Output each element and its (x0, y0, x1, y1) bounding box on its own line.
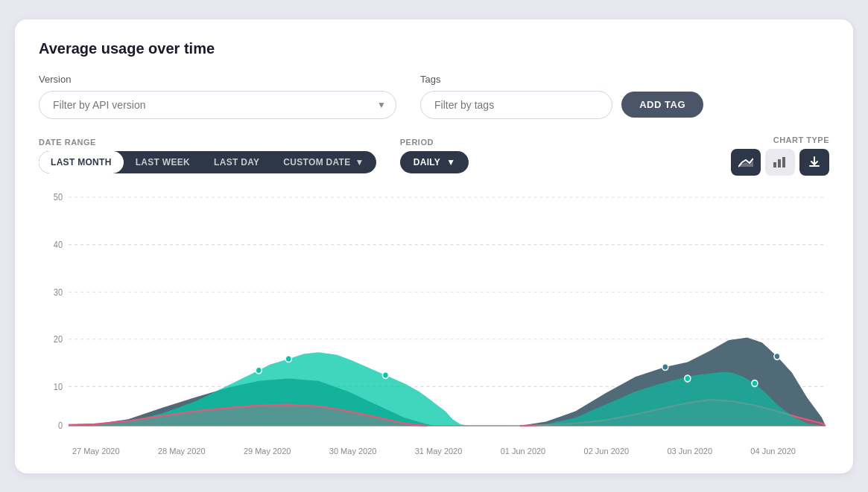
svg-point-20 (752, 380, 758, 386)
x-label-1: 27 May 2020 (72, 447, 120, 456)
chart-container: 50 40 30 20 10 0 (39, 189, 829, 442)
controls-left: Date range LAST MONTH LAST WEEK LAST DAY… (39, 138, 469, 173)
bar-chart-icon (773, 156, 788, 168)
version-input[interactable] (39, 91, 396, 119)
controls-row: Date range LAST MONTH LAST WEEK LAST DAY… (39, 135, 829, 176)
svg-rect-1 (778, 159, 781, 167)
tags-input[interactable] (420, 91, 612, 119)
tags-label: Tags (420, 74, 703, 85)
date-range-buttons: LAST MONTH LAST WEEK LAST DAY CUSTOM DAT… (39, 151, 376, 173)
svg-point-21 (774, 353, 780, 360)
custom-date-button[interactable]: CUSTOM DATE ▼ (271, 151, 376, 173)
area-chart-button[interactable] (731, 149, 761, 176)
svg-text:20: 20 (54, 334, 63, 344)
x-label-5: 31 May 2020 (415, 447, 463, 456)
svg-point-18 (685, 375, 691, 382)
svg-text:40: 40 (54, 240, 63, 249)
x-label-2: 28 May 2020 (158, 447, 206, 456)
custom-date-chevron-icon: ▼ (355, 157, 364, 167)
version-filter-group: Version ▼ (39, 74, 396, 119)
last-day-button[interactable]: LAST DAY (202, 151, 271, 173)
period-group: PERIOD DAILY ▼ (400, 138, 469, 173)
page-title: Average usage over time (39, 40, 829, 57)
last-month-button[interactable]: LAST MONTH (39, 151, 124, 173)
x-label-6: 01 Jun 2020 (501, 447, 546, 456)
svg-text:50: 50 (54, 192, 63, 202)
add-tag-button[interactable]: ADD TAG (621, 92, 703, 118)
tags-input-wrap (420, 91, 612, 119)
svg-text:10: 10 (54, 382, 63, 392)
download-icon (808, 156, 820, 168)
svg-point-15 (256, 367, 262, 374)
chart-type-group: Chart type (731, 135, 829, 176)
tags-filter-group: Tags ADD TAG (420, 74, 703, 119)
chart-type-buttons (731, 149, 829, 176)
area-chart-icon (738, 156, 753, 168)
version-label: Version (39, 74, 396, 85)
download-button[interactable] (799, 149, 829, 176)
svg-text:30: 30 (54, 287, 63, 297)
chart-svg: 50 40 30 20 10 0 (39, 189, 829, 442)
svg-point-17 (382, 371, 388, 378)
svg-text:0: 0 (58, 421, 63, 431)
bar-chart-button[interactable] (765, 149, 795, 176)
x-label-9: 04 Jun 2020 (750, 447, 796, 456)
version-input-wrap: ▼ (39, 91, 396, 119)
last-week-button[interactable]: LAST WEEK (124, 151, 202, 173)
svg-rect-2 (782, 157, 785, 167)
chart-type-label: Chart type (773, 135, 829, 144)
date-range-label: Date range (39, 138, 376, 147)
period-button[interactable]: DAILY ▼ (400, 151, 469, 173)
date-range-group: Date range LAST MONTH LAST WEEK LAST DAY… (39, 138, 376, 173)
period-value: DAILY (414, 157, 440, 167)
tags-row: ADD TAG (420, 91, 703, 119)
svg-rect-0 (773, 162, 776, 167)
x-label-8: 03 Jun 2020 (667, 447, 712, 456)
svg-point-16 (285, 355, 291, 362)
svg-point-19 (662, 363, 668, 370)
filters-row: Version ▼ Tags ADD TAG (39, 74, 829, 119)
x-axis-labels: 27 May 2020 28 May 2020 29 May 2020 30 M… (39, 442, 829, 456)
period-label: PERIOD (400, 138, 469, 147)
x-label-4: 30 May 2020 (329, 447, 377, 456)
x-label-7: 02 Jun 2020 (584, 447, 630, 456)
x-label-3: 29 May 2020 (244, 447, 291, 456)
period-chevron-icon: ▼ (446, 157, 455, 167)
main-card: Average usage over time Version ▼ Tags A… (15, 19, 853, 473)
